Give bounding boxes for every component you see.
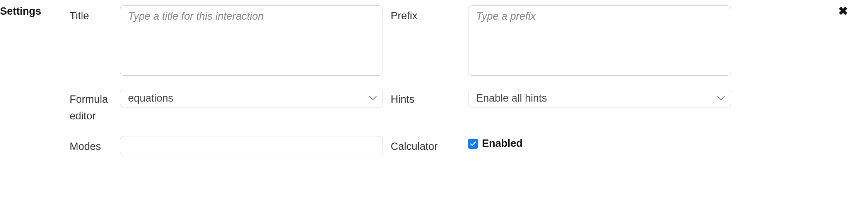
formula-editor-label: Formula editor [70, 89, 120, 124]
formula-editor-value: equations [128, 92, 173, 104]
modes-input[interactable] [120, 136, 383, 155]
hints-select[interactable]: Enable all hints [468, 89, 731, 107]
close-button[interactable]: ✖ [838, 5, 848, 17]
modes-cell [120, 136, 391, 155]
calculator-cell: Enabled [468, 136, 739, 150]
form-grid: Title Prefix Formula editor equations Hi… [70, 5, 868, 155]
calculator-check-label: Enabled [482, 138, 523, 150]
title-label: Title [70, 5, 120, 24]
title-input[interactable] [120, 5, 383, 76]
hints-value: Enable all hints [476, 92, 547, 104]
close-icon: ✖ [838, 5, 848, 17]
check-icon [470, 140, 477, 147]
hints-cell: Enable all hints [468, 89, 739, 107]
formula-editor-select[interactable]: equations [120, 89, 383, 107]
modes-label: Modes [70, 136, 120, 155]
settings-panel: Settings ✖ Title Prefix Formula editor e… [0, 0, 868, 155]
calculator-label: Calculator [391, 136, 468, 155]
prefix-input[interactable] [468, 5, 731, 76]
prefix-label: Prefix [391, 5, 468, 24]
calculator-checkbox[interactable] [468, 139, 478, 149]
title-cell [120, 5, 391, 77]
formula-editor-cell: equations [120, 89, 391, 107]
section-heading: Settings [0, 5, 46, 17]
prefix-cell [468, 5, 739, 77]
calculator-row: Enabled [468, 136, 739, 150]
hints-label: Hints [391, 89, 468, 108]
